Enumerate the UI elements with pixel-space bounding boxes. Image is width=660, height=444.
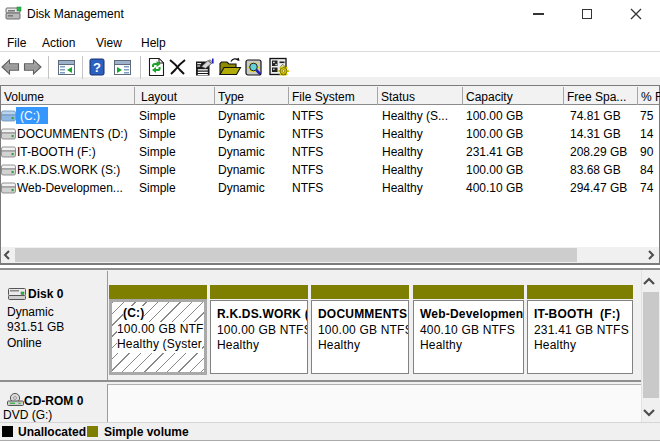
svg-text:?: ? (93, 60, 101, 75)
